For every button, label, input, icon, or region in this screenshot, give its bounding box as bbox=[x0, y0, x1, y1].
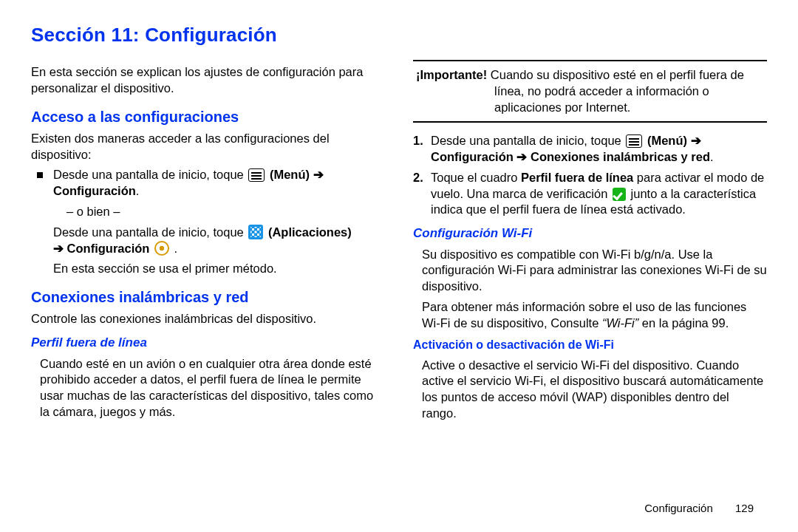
period: . bbox=[136, 184, 140, 197]
menu-icon bbox=[248, 168, 265, 182]
note-l1: Cuando su dispositivo esté en el perfil … bbox=[491, 68, 744, 81]
step2-bold: Perfil fuera de línea bbox=[521, 171, 633, 184]
opt1-pre: Desde una pantalla de inicio, toque bbox=[53, 168, 247, 181]
step-1: 1. Desde una pantalla de inicio, toque (… bbox=[413, 133, 767, 166]
step1-menu-label: (Menú) bbox=[647, 134, 691, 147]
right-column: ¡Importante! Cuando su dispositivo esté … bbox=[413, 60, 767, 426]
opt2-pre: Desde una pantalla de inicio, toque bbox=[53, 225, 247, 239]
bullet-icon bbox=[37, 172, 43, 178]
heading-wifi: Configuración Wi-Fi bbox=[413, 225, 767, 242]
check-icon bbox=[613, 188, 626, 201]
offline-body: Cuando esté en un avión o en cualquier o… bbox=[40, 356, 385, 420]
left-column: En esta sección se explican los ajustes … bbox=[31, 60, 385, 426]
opt2-period: . bbox=[174, 242, 178, 255]
wireless-intro: Controle las conexiones inalámbricas del… bbox=[31, 311, 385, 327]
wifi-ref: “Wi-Fi” bbox=[602, 316, 638, 330]
two-column-layout: En esta sección se explican los ajustes … bbox=[31, 60, 767, 426]
intro-text: En esta sección se explican los ajustes … bbox=[31, 64, 385, 97]
wifi-p1: Su dispositivo es compatible con Wi-Fi b… bbox=[422, 247, 767, 295]
access-intro: Existen dos maneras acceder a las config… bbox=[31, 131, 385, 163]
arrow-icon: ➔ bbox=[313, 168, 324, 181]
wifi-toggle-body: Active o desactive el servicio Wi-Fi del… bbox=[422, 358, 767, 422]
or-separator: – o bien – bbox=[66, 204, 385, 220]
method-note: En esta sección se usa el primer método. bbox=[53, 261, 385, 277]
heading-wireless: Conexiones inalámbricas y red bbox=[31, 287, 385, 307]
heading-wifi-toggle: Activación o desactivación de Wi-Fi bbox=[413, 337, 767, 352]
opt1-menu-label: (Menú) bbox=[270, 168, 313, 181]
footer-label: Configuración bbox=[644, 502, 713, 514]
arrow-icon: ➔ bbox=[691, 134, 701, 147]
access-option-1: Desde una pantalla de inicio, toque (Men… bbox=[31, 167, 385, 200]
access-option-2: Desde una pantalla de inicio, toque (Apl… bbox=[53, 225, 385, 257]
opt2-apps-label: (Aplicaciones) bbox=[268, 225, 352, 239]
step-2: 2. Toque el cuadro Perfil fuera de línea… bbox=[413, 170, 767, 218]
apps-icon bbox=[248, 225, 263, 239]
important-note: ¡Importante! Cuando su dispositivo esté … bbox=[413, 60, 767, 123]
gear-icon bbox=[154, 241, 169, 256]
wifi-p2b: en la página 99. bbox=[642, 316, 729, 330]
opt1-config: Configuración bbox=[53, 184, 136, 197]
opt2-arrow-config: ➔ Configuración bbox=[53, 242, 153, 255]
step1-pre: Desde una pantalla de inicio, toque bbox=[431, 134, 624, 147]
note-l2: línea, no podrá acceder a información o bbox=[494, 83, 764, 100]
page-footer: Configuración 129 bbox=[644, 502, 754, 514]
step2-number: 2. bbox=[413, 170, 431, 186]
section-title: Sección 11: Configuración bbox=[31, 24, 767, 47]
note-label: ¡Importante! bbox=[416, 68, 491, 81]
wifi-p2: Para obtener más información sobre el us… bbox=[422, 299, 767, 332]
heading-offline: Perfil fuera de línea bbox=[31, 335, 385, 351]
step1-path: Configuración ➔ Conexiones inalámbricas … bbox=[431, 150, 710, 163]
heading-access: Acceso a las configuraciones bbox=[31, 107, 385, 126]
footer-page-number: 129 bbox=[735, 502, 754, 514]
step1-number: 1. bbox=[413, 133, 431, 149]
menu-icon bbox=[626, 134, 642, 148]
step2-a: Toque el cuadro bbox=[431, 171, 521, 184]
note-l3: aplicaciones por Internet. bbox=[494, 100, 764, 116]
